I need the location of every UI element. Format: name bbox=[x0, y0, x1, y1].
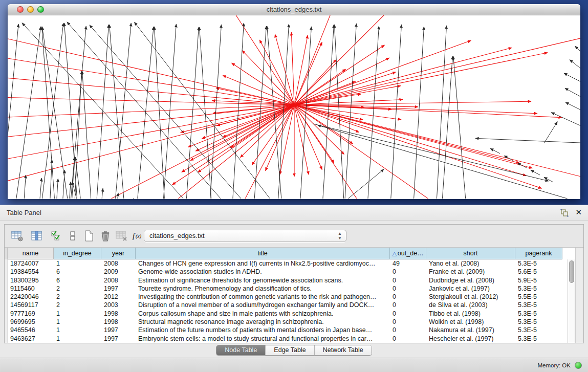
table-row[interactable]: 946554611997Estimation of the future num… bbox=[5, 326, 568, 334]
table-cell[interactable]: Estimation of the future numbers of pati… bbox=[136, 326, 390, 334]
table-row[interactable]: 1456911722003Disruption of a novel membe… bbox=[5, 301, 568, 309]
table-row[interactable]: 1872400712008Changes of HCN gene express… bbox=[5, 259, 568, 268]
table-cell[interactable]: 9699695 bbox=[8, 318, 54, 326]
table-cell[interactable]: 5.3E-5 bbox=[515, 259, 562, 268]
table-row[interactable]: 977716911998Corpus callosum shape and si… bbox=[5, 310, 568, 318]
row-select-icon[interactable] bbox=[50, 229, 63, 243]
table-cell[interactable]: 1997 bbox=[101, 285, 136, 293]
table-cell[interactable]: 0 bbox=[390, 326, 426, 334]
delete-icon[interactable] bbox=[99, 229, 112, 243]
tab-network-table[interactable]: Network Table bbox=[315, 345, 372, 355]
table-cell[interactable]: 18724007 bbox=[8, 259, 54, 268]
table-cell[interactable]: 5.3E-5 bbox=[515, 326, 562, 334]
table-cell[interactable]: 0 bbox=[390, 293, 426, 301]
table-cell[interactable]: Nakamura et al. (1997) bbox=[426, 326, 515, 334]
table-cell[interactable]: 9115460 bbox=[8, 285, 54, 293]
table-cell[interactable]: Tourette syndrome. Phenomenology and cla… bbox=[136, 285, 390, 293]
close-panel-icon[interactable]: ✕ bbox=[575, 208, 582, 217]
network-canvas[interactable] bbox=[8, 15, 580, 199]
table-row[interactable]: 2242004622012Investigating the contribut… bbox=[5, 293, 568, 301]
table-cell[interactable]: 0 bbox=[390, 335, 426, 343]
table-cell[interactable]: 5.5E-5 bbox=[515, 293, 562, 301]
table-cell[interactable]: 22420046 bbox=[8, 293, 54, 301]
table-row[interactable]: 969969511998Structural magnetic resonanc… bbox=[5, 318, 568, 326]
column-header-year[interactable]: year bbox=[101, 248, 136, 259]
table-cell[interactable]: 1 bbox=[54, 326, 101, 334]
table-cell[interactable]: Yano et al. (2008) bbox=[426, 259, 515, 268]
show-column-icon[interactable] bbox=[30, 229, 43, 243]
table-selector-dropdown[interactable]: citations_edges.txt ▲▼ bbox=[144, 230, 346, 242]
column-header-short[interactable]: short bbox=[426, 248, 515, 259]
table-cell[interactable]: 0 bbox=[390, 276, 426, 285]
table-cell[interactable]: 5.3E-5 bbox=[515, 310, 562, 318]
table-cell[interactable]: 49 bbox=[390, 259, 426, 268]
table-cell[interactable]: 9465546 bbox=[8, 326, 54, 334]
table-cell[interactable]: 2008 bbox=[101, 276, 136, 285]
table-cell[interactable]: Disruption of a novel member of a sodium… bbox=[136, 301, 390, 309]
new-file-icon[interactable] bbox=[82, 229, 96, 243]
float-panel-icon[interactable] bbox=[560, 209, 569, 217]
table-cell[interactable]: 2 bbox=[54, 293, 101, 301]
table-cell[interactable]: 2 bbox=[54, 301, 101, 309]
rows-icon[interactable] bbox=[66, 229, 79, 243]
scrollbar-thumb[interactable] bbox=[569, 260, 574, 283]
table-cell[interactable]: 2009 bbox=[101, 268, 136, 276]
table-cell[interactable]: 1 bbox=[54, 310, 101, 318]
table-cell[interactable]: 1997 bbox=[101, 326, 136, 334]
table-cell[interactable]: Franke et al. (2009) bbox=[426, 268, 515, 276]
modify-table-icon[interactable] bbox=[11, 229, 24, 243]
table-cell[interactable]: 2003 bbox=[101, 301, 136, 309]
table-cell[interactable]: 1998 bbox=[101, 318, 136, 326]
tab-edge-table[interactable]: Edge Table bbox=[266, 345, 314, 355]
vertical-scrollbar[interactable] bbox=[568, 259, 575, 343]
table-cell[interactable]: 1 bbox=[54, 259, 101, 268]
table-cell[interactable]: 1 bbox=[54, 318, 101, 326]
table-cell[interactable]: 0 bbox=[390, 318, 426, 326]
table-cell[interactable]: Jankovic et al. (1997) bbox=[426, 285, 515, 293]
table-cell[interactable]: 9463627 bbox=[8, 335, 54, 343]
table-cell[interactable]: Structural magnetic resonance image aver… bbox=[136, 318, 390, 326]
table-row[interactable]: 911546021997Tourette syndrome. Phenomeno… bbox=[5, 285, 568, 293]
table-cell[interactable]: 5.3E-5 bbox=[515, 318, 562, 326]
network-window-titlebar[interactable]: citations_edges.txt bbox=[8, 4, 580, 15]
table-cell[interactable]: Stergiakouli et al. (2012) bbox=[426, 293, 515, 301]
network-window[interactable]: citations_edges.txt bbox=[8, 4, 580, 199]
table-cell[interactable]: 5.9E-5 bbox=[515, 276, 562, 285]
table-cell[interactable]: Wolkin et al. (1998) bbox=[426, 318, 515, 326]
table-cell[interactable]: 0 bbox=[390, 301, 426, 309]
column-header-pagerank[interactable]: pagerank bbox=[515, 248, 562, 259]
column-header-title[interactable]: title bbox=[136, 248, 390, 259]
table-cell[interactable]: 19384554 bbox=[8, 268, 54, 276]
table-row[interactable]: 1830029562008Estimation of significance … bbox=[5, 276, 568, 285]
table-cell[interactable]: Changes of HCN gene expression and I(f) … bbox=[136, 259, 390, 268]
table-cell[interactable]: 1997 bbox=[101, 335, 136, 343]
table-cell[interactable]: Genome-wide association studies in ADHD. bbox=[136, 268, 390, 276]
table-cell[interactable]: 1998 bbox=[101, 310, 136, 318]
column-header-out_de[interactable]: △out_de… bbox=[390, 248, 426, 259]
table-cell[interactable]: de Silva et al. (2003) bbox=[426, 301, 515, 309]
table-cell[interactable]: 2 bbox=[54, 285, 101, 293]
table-cell[interactable]: Corpus callosum shape and size in male p… bbox=[136, 310, 390, 318]
table-cell[interactable]: 14569117 bbox=[8, 301, 54, 309]
table-cell[interactable]: 5.3E-5 bbox=[515, 301, 562, 309]
table-cell[interactable]: 9777169 bbox=[8, 310, 54, 318]
table-cell[interactable]: Tibbo et al. (1998) bbox=[426, 310, 515, 318]
table-cell[interactable]: 0 bbox=[390, 310, 426, 318]
table-cell[interactable]: Estimation of significance thresholds fo… bbox=[136, 276, 390, 285]
table-cell[interactable]: 2012 bbox=[101, 293, 136, 301]
table-cell[interactable]: Embryonic stem cells: a model to study s… bbox=[136, 335, 390, 343]
table-cell[interactable]: 0 bbox=[390, 268, 426, 276]
column-header-in_degree[interactable]: in_degree bbox=[54, 248, 101, 259]
table-cell[interactable]: 2008 bbox=[101, 259, 136, 268]
table-cell[interactable]: 5.3E-5 bbox=[515, 335, 562, 343]
table-cell[interactable]: 6 bbox=[54, 268, 101, 276]
table-cell[interactable]: 0 bbox=[390, 285, 426, 293]
table-cell[interactable]: 6 bbox=[54, 276, 101, 285]
table-cell[interactable]: 18300295 bbox=[8, 276, 54, 285]
tab-node-table[interactable]: Node Table bbox=[216, 345, 266, 355]
function-builder-icon[interactable]: f (x) bbox=[132, 229, 145, 243]
table-cell[interactable]: 5.6E-5 bbox=[515, 268, 562, 276]
table-cell[interactable]: Hescheler et al. (1997) bbox=[426, 335, 515, 343]
table-cell[interactable]: Dudbridge et al. (2008) bbox=[426, 276, 515, 285]
table-cell[interactable]: 5.3E-5 bbox=[515, 285, 562, 293]
